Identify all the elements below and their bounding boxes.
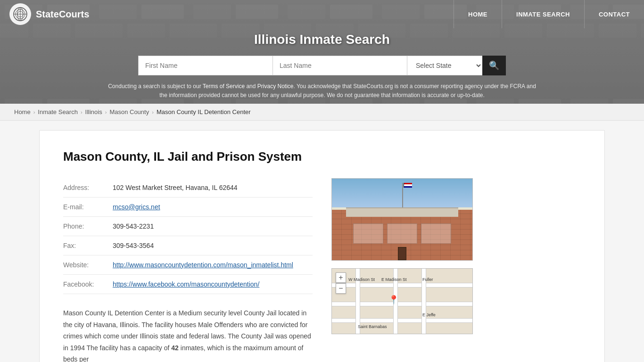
- breadcrumb-sep-3: ›: [105, 109, 107, 115]
- facility-capacity: 42: [171, 344, 179, 352]
- content-card: Mason County, IL Jail and Prison System …: [39, 130, 605, 362]
- map-road-jeffe: [332, 318, 472, 323]
- breadcrumb-illinois[interactable]: Illinois: [85, 108, 102, 115]
- window-1: [353, 223, 383, 244]
- map-label-saint-barnabas: Saint Barnabas: [358, 324, 387, 329]
- map-inner: W Madison St E Madison St E Jeffe Fuller…: [332, 269, 472, 334]
- map-road-madison: [332, 283, 472, 288]
- hero-title: Illinois Inmate Search: [254, 32, 390, 47]
- terms-link[interactable]: Terms of Service: [203, 83, 245, 90]
- state-select[interactable]: Select State Illinois Alabama Alaska: [407, 56, 482, 75]
- website-row: Website: http://www.masoncountydetention…: [63, 255, 313, 275]
- address-label: Address:: [63, 184, 103, 191]
- building-door: [398, 247, 406, 260]
- flag: [404, 183, 412, 188]
- map-location-pin: 📍: [388, 295, 399, 305]
- privacy-link[interactable]: Privacy Notice: [257, 83, 294, 90]
- phone-value: 309-543-2231: [113, 222, 154, 230]
- facebook-label: Facebook:: [63, 280, 103, 288]
- page-wrapper: Mason County, IL Jail and Prison System …: [20, 121, 624, 362]
- breadcrumb-sep-2: ›: [81, 109, 83, 115]
- facility-description: Mason County IL Detention Center is a Me…: [63, 307, 313, 362]
- building-top: [346, 207, 458, 217]
- phone-row: Phone: 309-543-2231: [63, 217, 313, 236]
- website-link[interactable]: http://www.masoncountydetention.com/maso…: [113, 261, 293, 269]
- window-3: [421, 223, 451, 244]
- address-value: 102 West Market Street, Havana, IL 62644: [113, 184, 238, 191]
- map-label-w-madison: W Madison St: [348, 277, 375, 282]
- address-row: Address: 102 West Market Street, Havana,…: [63, 178, 313, 197]
- map-zoom-out[interactable]: −: [336, 283, 346, 294]
- facility-map: W Madison St E Madison St E Jeffe Fuller…: [331, 268, 473, 334]
- email-value: mcso@grics.net: [113, 203, 160, 211]
- breadcrumb-current: Mason County IL Detention Center: [157, 108, 251, 115]
- first-name-input[interactable]: [138, 56, 272, 75]
- flag-pole: [402, 183, 403, 207]
- map-road-mid: [332, 302, 472, 306]
- map-label-e-jeffe: E Jeffe: [422, 313, 436, 317]
- facebook-row: Facebook: https://www.facebook.com/mason…: [63, 275, 313, 294]
- fax-value: 309-543-3564: [113, 242, 154, 249]
- breadcrumb-home[interactable]: Home: [14, 108, 31, 115]
- facebook-value: https://www.facebook.com/masoncountydete…: [113, 280, 259, 288]
- map-controls: + −: [336, 272, 346, 294]
- fax-row: Fax: 309-543-3564: [63, 236, 313, 255]
- breadcrumb: Home › Inmate Search › Illinois › Mason …: [0, 104, 644, 121]
- facility-title: Mason County, IL Jail and Prison System: [63, 149, 581, 164]
- search-button[interactable]: 🔍: [482, 56, 506, 75]
- hero-content: Illinois Inmate Search Select State Illi…: [0, 0, 644, 100]
- building-windows: [353, 223, 452, 244]
- breadcrumb-sep-4: ›: [152, 109, 154, 115]
- email-link[interactable]: mcso@grics.net: [113, 203, 160, 211]
- info-grid: Address: 102 West Market Street, Havana,…: [63, 178, 581, 362]
- email-label: E-mail:: [63, 203, 103, 211]
- facility-photo-inner: [332, 179, 472, 260]
- breadcrumb-mason-county[interactable]: Mason County: [109, 108, 149, 115]
- facility-photo: [331, 178, 473, 261]
- website-label: Website:: [63, 261, 103, 269]
- facility-info-right: W Madison St E Madison St E Jeffe Fuller…: [331, 178, 581, 362]
- fax-label: Fax:: [63, 242, 103, 249]
- hero-section: StateCourts HOME INMATE SEARCH CONTACT I…: [0, 0, 644, 104]
- window-2: [387, 223, 417, 244]
- breadcrumb-inmate-search[interactable]: Inmate Search: [38, 108, 78, 115]
- hero-disclaimer: Conducting a search is subject to our Te…: [96, 82, 548, 100]
- facebook-link[interactable]: https://www.facebook.com/masoncountydete…: [113, 280, 259, 288]
- search-icon: 🔍: [489, 60, 499, 71]
- search-form: Select State Illinois Alabama Alaska 🔍: [138, 56, 506, 75]
- map-zoom-in[interactable]: +: [336, 272, 346, 283]
- phone-label: Phone:: [63, 222, 103, 230]
- email-row: E-mail: mcso@grics.net: [63, 197, 313, 217]
- facility-info-left: Address: 102 West Market Street, Havana,…: [63, 178, 313, 362]
- map-label-e-madison: E Madison St: [381, 277, 407, 282]
- website-value: http://www.masoncountydetention.com/maso…: [113, 261, 293, 269]
- breadcrumb-sep-1: ›: [33, 109, 35, 115]
- last-name-input[interactable]: [272, 56, 407, 75]
- map-label-fuller: Fuller: [422, 277, 433, 282]
